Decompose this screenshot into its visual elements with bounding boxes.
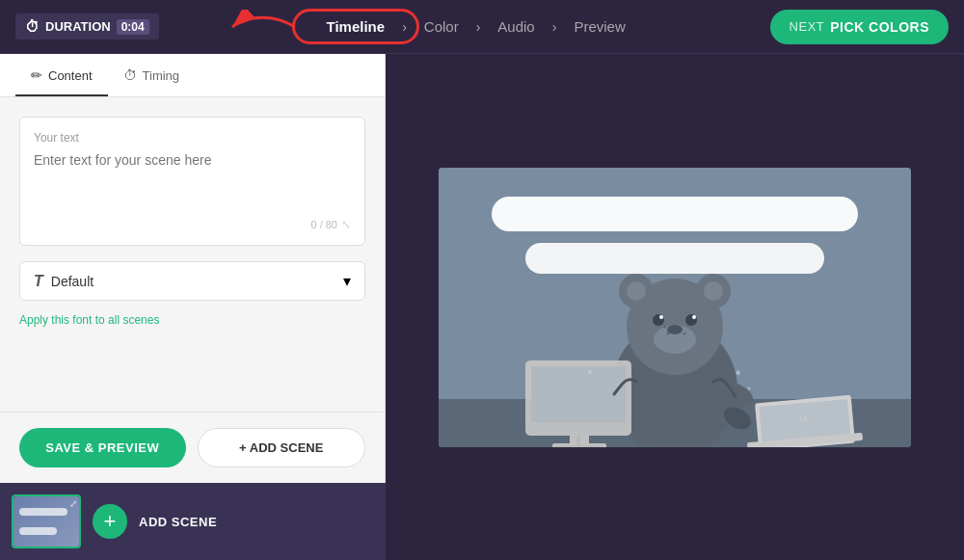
svg-rect-27 bbox=[531, 366, 626, 422]
svg-point-16 bbox=[692, 315, 696, 319]
tab-timing[interactable]: ⏱ Timing bbox=[108, 54, 196, 96]
timer-icon: ⏱ bbox=[123, 67, 137, 83]
text-field-label: Your text bbox=[34, 131, 351, 145]
svg-point-8 bbox=[627, 281, 646, 301]
left-panel: ✏ Content ⏱ Timing Your text 0 / 80 ⤡ bbox=[0, 54, 386, 483]
chevron-down-icon: ▾ bbox=[343, 272, 351, 290]
svg-point-10 bbox=[704, 281, 723, 301]
char-count: 0 / 80 ⤡ bbox=[34, 218, 351, 231]
bottom-bar: SAVE & PREVIEW + ADD SCENE bbox=[0, 412, 385, 483]
nav-steps: Timeline › Color › Audio › Preview bbox=[182, 18, 770, 35]
timeline-step-wrapper: Timeline bbox=[309, 18, 403, 35]
nav-step-color[interactable]: Color bbox=[407, 18, 476, 35]
svg-point-17 bbox=[664, 325, 667, 328]
audio-label: Audio bbox=[497, 18, 534, 35]
font-value: Default bbox=[51, 274, 94, 289]
thumb-bar-1 bbox=[19, 508, 67, 516]
resize-icon: ⤡ bbox=[341, 218, 351, 231]
add-scene-button[interactable]: + ADD SCENE bbox=[198, 428, 366, 467]
main-layout: ✏ Content ⏱ Timing Your text 0 / 80 ⤡ bbox=[0, 54, 964, 560]
timeline-label: Timeline bbox=[327, 18, 386, 35]
next-pick-colors-button[interactable]: NEXT PICK COLORS bbox=[770, 10, 949, 44]
preview-label: Preview bbox=[574, 18, 625, 35]
font-select[interactable]: T Default ▾ bbox=[19, 261, 365, 301]
scene-strip: ⤢ + ADD SCENE bbox=[0, 483, 386, 560]
red-arrow-indicator bbox=[228, 10, 305, 44]
clock-icon: ⏱ bbox=[25, 18, 40, 35]
nav-step-audio[interactable]: Audio bbox=[480, 18, 551, 35]
svg-rect-4 bbox=[525, 243, 824, 274]
text-field-group: Your text 0 / 80 ⤡ bbox=[19, 117, 365, 246]
font-icon: T bbox=[34, 273, 43, 290]
svg-text:*: * bbox=[747, 386, 751, 396]
svg-text:*: * bbox=[588, 369, 592, 380]
add-scene-strip-label: ADD SCENE bbox=[139, 515, 217, 529]
left-panel-wrapper: ✏ Content ⏱ Timing Your text 0 / 80 ⤡ bbox=[0, 54, 386, 560]
panel-content: Your text 0 / 80 ⤡ T Default ▾ bbox=[0, 97, 385, 412]
scene-thumbnail-1[interactable]: ⤢ bbox=[12, 494, 81, 548]
duration-badge: ⏱ DURATION 0:04 bbox=[15, 13, 159, 40]
panel-tabs: ✏ Content ⏱ Timing bbox=[0, 54, 385, 97]
svg-rect-35 bbox=[554, 445, 602, 447]
save-preview-button[interactable]: SAVE & PREVIEW bbox=[19, 428, 186, 467]
svg-point-21 bbox=[683, 332, 686, 334]
add-scene-strip-button[interactable]: + bbox=[93, 504, 127, 539]
duration-value: 0:04 bbox=[117, 19, 149, 35]
scene-text-input[interactable] bbox=[34, 152, 351, 210]
next-prefix: NEXT bbox=[790, 19, 825, 34]
font-select-left: T Default bbox=[34, 273, 94, 290]
nav-step-preview[interactable]: Preview bbox=[556, 18, 642, 35]
apply-font-link[interactable]: Apply this font to all scenes bbox=[19, 313, 159, 327]
right-panel: M * * * bbox=[386, 54, 964, 560]
top-navigation: ⏱ DURATION 0:04 Timeline › Color › bbox=[0, 0, 964, 54]
svg-point-15 bbox=[659, 315, 663, 319]
duration-label: DURATION bbox=[45, 19, 111, 34]
preview-area: M * * * bbox=[439, 168, 911, 447]
plus-icon: + bbox=[104, 511, 117, 532]
svg-text:M: M bbox=[798, 412, 808, 424]
content-tab-label: Content bbox=[48, 68, 93, 83]
scene-illustration: M * * * bbox=[439, 168, 911, 447]
svg-point-18 bbox=[671, 330, 674, 333]
timing-tab-label: Timing bbox=[143, 68, 180, 83]
expand-icon: ⤢ bbox=[69, 498, 77, 509]
thumb-bar-2 bbox=[19, 527, 57, 535]
pencil-icon: ✏ bbox=[31, 67, 42, 83]
color-label: Color bbox=[424, 18, 459, 35]
svg-point-19 bbox=[679, 326, 682, 329]
nav-step-timeline[interactable]: Timeline bbox=[309, 18, 403, 35]
svg-text:*: * bbox=[736, 367, 741, 383]
svg-rect-3 bbox=[492, 197, 858, 231]
next-label: PICK COLORS bbox=[830, 19, 929, 35]
tab-content[interactable]: ✏ Content bbox=[15, 54, 108, 96]
svg-point-20 bbox=[667, 332, 670, 334]
